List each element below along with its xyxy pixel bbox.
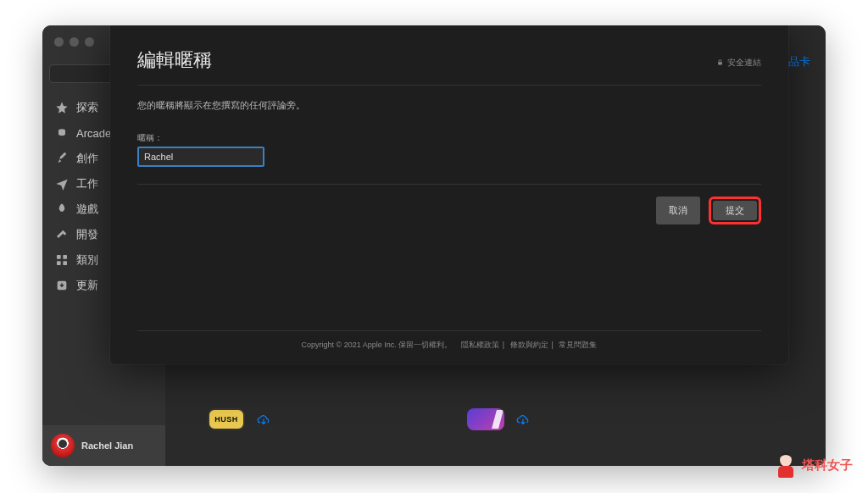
svg-rect-4 <box>57 261 61 265</box>
svg-rect-2 <box>57 255 61 259</box>
modal-title: 編輯暱稱 <box>137 47 212 73</box>
app-row: HUSH <box>165 408 826 430</box>
app-item-2[interactable] <box>467 408 531 430</box>
paperplane-icon <box>54 176 70 191</box>
user-account-row[interactable]: Rachel Jian <box>42 425 165 466</box>
user-name: Rachel Jian <box>81 440 133 451</box>
paintbrush-icon <box>54 151 70 166</box>
watermark-icon <box>775 452 797 478</box>
secure-connection-label: 安全連結 <box>716 57 761 69</box>
modal-footer: Copyright © 2021 Apple Inc. 保留一切權利。 隱私權政… <box>137 330 761 356</box>
minimize-window-button[interactable] <box>70 37 79 47</box>
avatar <box>51 434 75 457</box>
privacy-link[interactable]: 隱私權政策 <box>458 341 503 349</box>
sidebar-item-label: 創作 <box>76 151 98 166</box>
submit-highlight: 提交 <box>709 197 761 224</box>
svg-point-1 <box>61 207 63 208</box>
sidebar-item-label: 更新 <box>76 278 98 293</box>
app-icon-2 <box>467 408 504 430</box>
modal-header: 編輯暱稱 安全連結 <box>137 47 761 86</box>
maximize-window-button[interactable] <box>85 37 94 47</box>
app-store-window: 探索 Arcade 創作 工作 遊戲 開發 <box>42 25 826 466</box>
cancel-button[interactable]: 取消 <box>656 197 700 224</box>
submit-button[interactable]: 提交 <box>713 201 757 220</box>
arcade-icon <box>54 125 70 141</box>
sidebar-item-label: 遊戲 <box>76 202 98 217</box>
grid-icon <box>54 252 70 268</box>
sidebar-item-label: 類別 <box>76 252 98 268</box>
app-icon-hush: HUSH <box>208 408 245 430</box>
terms-link[interactable]: 條款與約定 <box>507 341 552 349</box>
nickname-input[interactable] <box>137 147 264 167</box>
app-item-hush[interactable]: HUSH <box>208 408 272 430</box>
sidebar-item-label: 開發 <box>76 227 98 242</box>
sidebar-item-label: 探索 <box>76 100 98 115</box>
cloud-download-icon[interactable] <box>255 412 272 429</box>
modal-description: 您的暱稱將顯示在您撰寫的任何評論旁。 <box>137 86 761 132</box>
lock-icon <box>716 58 724 66</box>
svg-rect-5 <box>63 261 67 265</box>
sidebar-item-label: Arcade <box>76 127 111 140</box>
rocket-icon <box>54 202 70 217</box>
cloud-download-icon[interactable] <box>515 412 531 429</box>
copyright-text: Copyright © 2021 Apple Inc. 保留一切權利。 <box>298 341 456 349</box>
watermark: 塔科女子 <box>775 452 853 478</box>
edit-nickname-modal: 編輯暱稱 安全連結 您的暱稱將顯示在您撰寫的任何評論旁。 暱稱： 取消 提交 C… <box>110 25 788 364</box>
close-window-button[interactable] <box>54 37 64 47</box>
field-label: 暱稱： <box>137 132 761 144</box>
window-controls <box>54 37 94 47</box>
nickname-field: 暱稱： <box>137 132 761 167</box>
svg-rect-3 <box>63 255 67 259</box>
faq-link[interactable]: 常見問題集 <box>555 341 600 349</box>
hammer-icon <box>54 227 70 242</box>
sidebar-item-label: 工作 <box>76 176 98 191</box>
watermark-text: 塔科女子 <box>802 457 853 474</box>
download-icon <box>54 278 70 293</box>
modal-buttons: 取消 提交 <box>137 185 761 224</box>
star-icon <box>54 100 70 115</box>
